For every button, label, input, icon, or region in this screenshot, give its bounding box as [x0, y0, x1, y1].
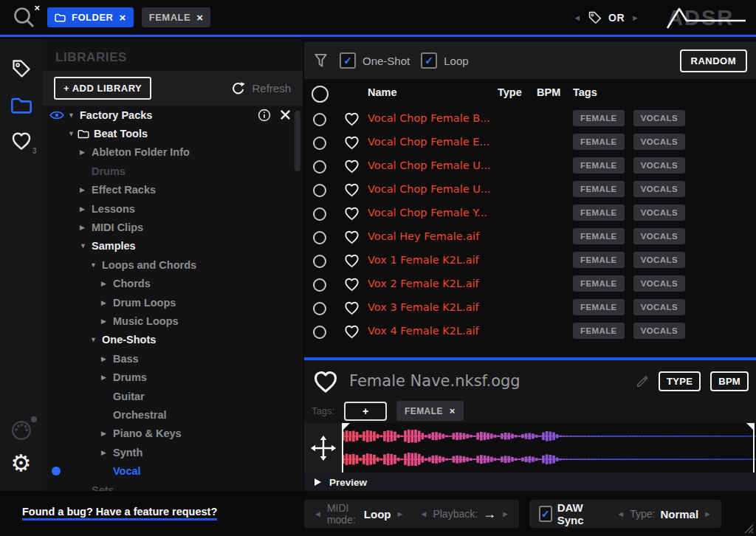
folders-view-button[interactable] — [10, 95, 32, 114]
tag-logic-value[interactable]: OR — [608, 12, 625, 24]
sample-name[interactable]: Vocal Hey Female.aif — [368, 230, 479, 242]
row-select-circle[interactable] — [313, 207, 326, 221]
filter-funnel-icon[interactable] — [313, 52, 329, 69]
expand-arrow-icon[interactable]: ▶ — [80, 224, 89, 231]
sample-name[interactable]: Vocal Chop Female Y... — [368, 207, 487, 219]
row-select-circle[interactable] — [313, 278, 326, 292]
expand-arrow-icon[interactable]: ▼ — [68, 111, 78, 119]
row-select-circle[interactable] — [313, 231, 326, 244]
playback-prev-icon[interactable]: ◄ — [420, 509, 428, 518]
tree-item[interactable]: ▶ Ableton Folder Info — [42, 143, 303, 162]
sample-row[interactable]: Vocal Hey Female.aif FEMALEVOCALS — [304, 225, 756, 249]
filter-chip[interactable]: FEMALE × — [142, 7, 211, 27]
row-heart-icon[interactable] — [343, 135, 360, 150]
expand-arrow-icon[interactable]: ▶ — [101, 430, 111, 437]
type-button[interactable]: TYPE — [659, 371, 701, 391]
remove-tag-icon[interactable]: × — [450, 405, 456, 416]
search-control[interactable]: × — [12, 5, 38, 30]
bpm-button[interactable]: BPM — [710, 371, 749, 391]
tree-item[interactable]: ▶ Bass — [42, 349, 303, 368]
tree-item[interactable]: ▶ Lessons — [42, 199, 303, 218]
refresh-button[interactable]: Refresh — [231, 81, 291, 96]
row-heart-icon[interactable] — [343, 277, 360, 292]
expand-arrow-icon[interactable]: ▼ — [90, 336, 100, 343]
info-icon[interactable] — [258, 109, 271, 122]
expand-arrow-icon[interactable]: ▶ — [80, 205, 89, 213]
bug-report-link[interactable]: Found a bug? Have a feature request? — [22, 506, 217, 520]
row-select-circle[interactable] — [313, 160, 326, 173]
remove-chip-icon[interactable]: × — [119, 11, 126, 24]
tree-item[interactable]: ▶ Synth — [42, 443, 303, 461]
midi-mode-prev-icon[interactable]: ◄ — [314, 509, 322, 518]
tree-item[interactable]: Vocal — [42, 461, 303, 480]
tree-item[interactable]: Sets — [42, 481, 303, 491]
row-select-circle[interactable] — [313, 302, 326, 315]
tree-item[interactable]: ▶ MIDI Clips — [42, 218, 303, 236]
tree-item[interactable]: ▶ Chords — [42, 275, 303, 293]
search-clear-icon[interactable]: × — [34, 2, 40, 13]
column-header-bpm[interactable]: BPM — [537, 86, 560, 98]
sample-name[interactable]: Vox 4 Female K2L.aif — [368, 325, 479, 337]
select-all-circle[interactable] — [312, 86, 329, 103]
tree-item[interactable]: ▼ Beat Tools — [42, 124, 303, 142]
column-header-type[interactable]: Type — [498, 86, 522, 98]
waveform-pan-handle[interactable] — [304, 423, 342, 473]
tags-view-button[interactable] — [11, 58, 32, 79]
playback-next-icon[interactable]: ► — [501, 509, 509, 518]
prev-logic-icon[interactable]: ◄ — [573, 13, 581, 22]
tree-item[interactable]: ▶ Piano & Keys — [42, 425, 303, 443]
row-select-circle[interactable] — [313, 326, 326, 339]
row-heart-icon[interactable] — [343, 300, 360, 315]
expand-arrow-icon[interactable]: ▼ — [90, 261, 100, 269]
tree-item[interactable]: ▼ Samples — [42, 237, 303, 255]
waveform-display[interactable] — [342, 423, 756, 473]
sample-name[interactable]: Vox 2 Female K2L.aif — [368, 278, 479, 289]
expand-arrow-icon[interactable]: ▶ — [101, 317, 111, 325]
sample-name[interactable]: Vocal Chop Female U... — [368, 183, 491, 195]
column-header-tags[interactable]: Tags — [573, 86, 597, 98]
edit-pencil-icon[interactable] — [636, 374, 649, 388]
row-heart-icon[interactable] — [343, 159, 360, 173]
tree-item[interactable]: ▼ One-Shots — [42, 331, 303, 349]
sample-row[interactable]: Vocal Chop Female U... FEMALEVOCALS — [304, 154, 756, 178]
tree-item[interactable]: ▼ Factory Packs — [42, 106, 303, 124]
sample-name[interactable]: Vox 1 Female K2L.aif — [368, 254, 479, 266]
sample-row[interactable]: Vocal Chop Female B... FEMALEVOCALS — [304, 107, 756, 131]
row-heart-icon[interactable] — [343, 253, 360, 268]
tree-item[interactable]: ▶ Music Loops — [42, 312, 303, 330]
row-select-circle[interactable] — [313, 184, 326, 197]
remove-chip-icon[interactable]: × — [196, 11, 203, 24]
expand-arrow-icon[interactable]: ▶ — [101, 374, 111, 381]
tree-item[interactable]: ▶ Drums — [42, 368, 303, 386]
resize-grip[interactable] — [740, 520, 754, 534]
expand-arrow-icon[interactable]: ▶ — [80, 148, 89, 156]
tree-item[interactable]: Guitar — [42, 387, 303, 405]
midi-settings-button[interactable] — [10, 419, 32, 441]
filter-chip[interactable]: FOLDER × — [47, 7, 134, 27]
sample-row[interactable]: Vox 2 Female K2L.aif FEMALEVOCALS — [304, 272, 756, 296]
tree-item[interactable]: Orchestral — [42, 405, 303, 424]
favorites-view-button[interactable]: 3 — [10, 131, 32, 151]
row-heart-icon[interactable] — [343, 230, 360, 244]
oneshot-filter-checkbox[interactable]: ✓ One-Shot — [340, 52, 410, 69]
sample-row[interactable]: Vocal Chop Female Y... FEMALEVOCALS — [304, 202, 756, 225]
sample-name[interactable]: Vocal Chop Female B... — [368, 112, 490, 124]
expand-arrow-icon[interactable]: ▶ — [80, 186, 89, 193]
daw-sync-checkbox[interactable]: ✓ — [539, 506, 552, 522]
loop-end-marker[interactable] — [753, 423, 755, 473]
expand-arrow-icon[interactable]: ▶ — [101, 355, 111, 363]
expand-arrow-icon[interactable]: ▼ — [68, 130, 78, 137]
sample-name[interactable]: Vocal Chop Female U... — [368, 159, 491, 171]
expand-arrow-icon[interactable]: ▼ — [80, 242, 89, 250]
tree-item[interactable]: ▼ Loops and Chords — [42, 255, 303, 274]
expand-arrow-icon[interactable]: ▶ — [101, 299, 111, 306]
tree-scrollbar[interactable] — [295, 111, 300, 171]
sample-name[interactable]: Vox 3 Female K2L.aif — [368, 301, 479, 313]
expand-arrow-icon[interactable]: ▶ — [101, 280, 111, 287]
sample-name[interactable]: Vocal Chop Female E... — [368, 136, 489, 148]
favorite-heart-icon[interactable] — [312, 369, 340, 394]
row-select-circle[interactable] — [313, 137, 326, 150]
sample-row[interactable]: Vox 1 Female K2L.aif FEMALEVOCALS — [304, 249, 756, 272]
loop-start-marker[interactable] — [342, 423, 343, 473]
remove-library-icon[interactable] — [280, 109, 291, 120]
